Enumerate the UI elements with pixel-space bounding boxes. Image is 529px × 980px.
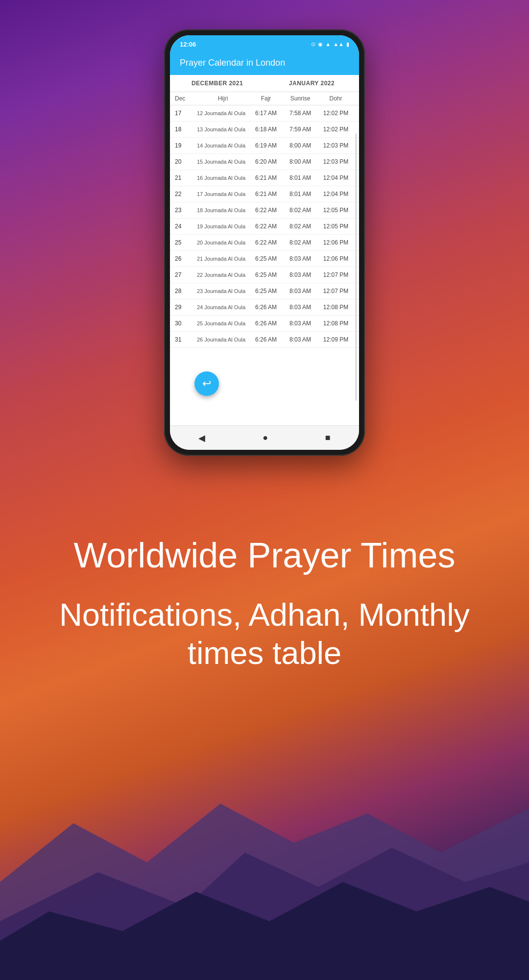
cell-sunrise: 8:01 AM [283, 191, 317, 197]
cell-dohr: 12:08 PM [317, 320, 354, 327]
cell-sunrise: 8:03 AM [283, 336, 317, 343]
table-row: 22 17 Joumada Al Oula 6:21 AM 8:01 AM 12… [170, 186, 359, 202]
cell-dec: 25 [175, 239, 197, 246]
table-row: 24 19 Joumada Al Oula 6:22 AM 8:02 AM 12… [170, 219, 359, 235]
status-time: 12:06 [180, 41, 196, 48]
navigation-bar: ◀ ● ■ [170, 425, 359, 450]
cell-fajr: 6:22 AM [249, 239, 283, 246]
cell-fajr: 6:18 AM [249, 126, 283, 133]
cell-dohr: 12:03 PM [317, 142, 354, 149]
nav-home-icon[interactable]: ● [263, 433, 268, 443]
table-row: 23 18 Joumada Al Oula 6:22 AM 8:02 AM 12… [170, 202, 359, 219]
cell-hijri: 17 Joumada Al Oula [197, 191, 249, 197]
cell-hijri: 16 Joumada Al Oula [197, 175, 249, 181]
month-header-december: DECEMBER 2021 [170, 75, 264, 92]
cell-fajr: 6:25 AM [249, 255, 283, 262]
cell-dohr: 12:08 PM [317, 304, 354, 311]
cell-dec: 28 [175, 288, 197, 294]
cell-hijri: 21 Joumada Al Oula [197, 256, 249, 262]
cell-sunrise: 8:03 AM [283, 271, 317, 278]
table-row: 29 24 Joumada Al Oula 6:26 AM 8:03 AM 12… [170, 299, 359, 316]
cell-dec: 29 [175, 304, 197, 311]
table-row: 27 22 Joumada Al Oula 6:25 AM 8:03 AM 12… [170, 267, 359, 283]
status-icons: ⊙ ◉ ▲ ▲▲ ▮ [311, 41, 349, 48]
bottom-content: Worldwide Prayer Times Notifications, Ad… [0, 510, 529, 980]
cell-sunrise: 8:03 AM [283, 320, 317, 327]
col-dohr-header: Dohr [317, 95, 354, 102]
cell-sunrise: 8:00 AM [283, 158, 317, 165]
cell-dohr: 12:06 PM [317, 255, 354, 262]
table-row: 18 13 Joumada Al Oula 6:18 AM 7:59 AM 12… [170, 122, 359, 138]
table-row: 19 14 Joumada Al Oula 6:19 AM 8:00 AM 12… [170, 138, 359, 154]
cell-hijri: 12 Joumada Al Oula [197, 110, 249, 116]
cell-hijri: 25 Joumada Al Oula [197, 320, 249, 326]
cell-dec: 27 [175, 271, 197, 278]
cell-fajr: 6:22 AM [249, 207, 283, 214]
month-headers: DECEMBER 2021 JANUARY 2022 [170, 75, 359, 92]
table-row: 17 12 Joumada Al Oula 6:17 AM 7:58 AM 12… [170, 105, 359, 122]
cell-dohr: 12:07 PM [317, 271, 354, 278]
cell-sunrise: 8:01 AM [283, 174, 317, 181]
col-fajr-header: Fajr [249, 95, 283, 102]
cell-sunrise: 7:58 AM [283, 110, 317, 117]
table-row: 21 16 Joumada Al Oula 6:21 AM 8:01 AM 12… [170, 170, 359, 186]
table-row: 25 20 Joumada Al Oula 6:22 AM 8:02 AM 12… [170, 235, 359, 251]
cell-hijri: 19 Joumada Al Oula [197, 223, 249, 229]
cell-hijri: 20 Joumada Al Oula [197, 240, 249, 245]
cell-dec: 20 [175, 158, 197, 165]
cell-sunrise: 8:03 AM [283, 304, 317, 311]
cell-fajr: 6:17 AM [249, 110, 283, 117]
cell-dohr: 12:06 PM [317, 239, 354, 246]
cell-hijri: 23 Joumada Al Oula [197, 288, 249, 294]
cell-fajr: 6:22 AM [249, 223, 283, 230]
cell-dec: 30 [175, 320, 197, 327]
table-row: 31 26 Joumada Al Oula 6:26 AM 8:03 AM 12… [170, 332, 359, 348]
cell-fajr: 6:21 AM [249, 174, 283, 181]
cell-fajr: 6:26 AM [249, 320, 283, 327]
cell-hijri: 24 Joumada Al Oula [197, 304, 249, 310]
cell-hijri: 15 Joumada Al Oula [197, 159, 249, 165]
phone-outer-shell: 12:06 ⊙ ◉ ▲ ▲▲ ▮ Prayer Calendar in Lond… [164, 29, 365, 456]
signal-icon: ▲▲ [333, 41, 344, 47]
cell-dohr: 12:05 PM [317, 223, 354, 230]
cell-hijri: 22 Joumada Al Oula [197, 272, 249, 278]
cell-dec: 23 [175, 207, 197, 214]
nav-recent-icon[interactable]: ■ [325, 433, 331, 443]
cell-hijri: 18 Joumada Al Oula [197, 207, 249, 213]
cell-dec: 24 [175, 223, 197, 230]
nav-back-icon[interactable]: ◀ [198, 433, 205, 443]
phone-mockup: 12:06 ⊙ ◉ ▲ ▲▲ ▮ Prayer Calendar in Lond… [164, 29, 365, 456]
phone-screen: 12:06 ⊙ ◉ ▲ ▲▲ ▮ Prayer Calendar in Lond… [170, 35, 359, 450]
col-dec-header: Dec [175, 95, 197, 102]
cell-hijri: 13 Joumada Al Oula [197, 126, 249, 132]
cell-fajr: 6:20 AM [249, 158, 283, 165]
table-row: 20 15 Joumada Al Oula 6:20 AM 8:00 AM 12… [170, 154, 359, 170]
cell-dohr: 12:04 PM [317, 174, 354, 181]
cell-fajr: 6:26 AM [249, 304, 283, 311]
fab-back-icon: ↩ [202, 377, 211, 390]
clock-icon: ⊙ [311, 41, 315, 48]
fab-back-button[interactable]: ↩ [194, 371, 219, 396]
cell-sunrise: 8:00 AM [283, 142, 317, 149]
cell-fajr: 6:26 AM [249, 336, 283, 343]
col-hijri-header: Hijri [197, 95, 249, 102]
cell-dohr: 12:02 PM [317, 126, 354, 133]
cell-fajr: 6:19 AM [249, 142, 283, 149]
cell-fajr: 6:21 AM [249, 191, 283, 197]
status-bar: 12:06 ⊙ ◉ ▲ ▲▲ ▮ [170, 35, 359, 53]
cell-sunrise: 8:02 AM [283, 223, 317, 230]
app-header: Prayer Calendar in London [170, 53, 359, 75]
cell-dec: 19 [175, 142, 197, 149]
col-sunrise-header: Sunrise [283, 95, 317, 102]
month-header-january: JANUARY 2022 [264, 75, 359, 92]
cell-fajr: 6:25 AM [249, 288, 283, 294]
cell-dohr: 12:07 PM [317, 288, 354, 294]
headline-features: Notifications, Adhan, Monthly times tabl… [0, 596, 529, 672]
cell-dec: 18 [175, 126, 197, 133]
cell-dohr: 12:05 PM [317, 207, 354, 214]
cell-sunrise: 7:59 AM [283, 126, 317, 133]
cell-dohr: 12:04 PM [317, 191, 354, 197]
table-row: 28 23 Joumada Al Oula 6:25 AM 8:03 AM 12… [170, 283, 359, 299]
table-header-row: Dec Hijri Fajr Sunrise Dohr [170, 92, 359, 105]
cell-dec: 26 [175, 255, 197, 262]
